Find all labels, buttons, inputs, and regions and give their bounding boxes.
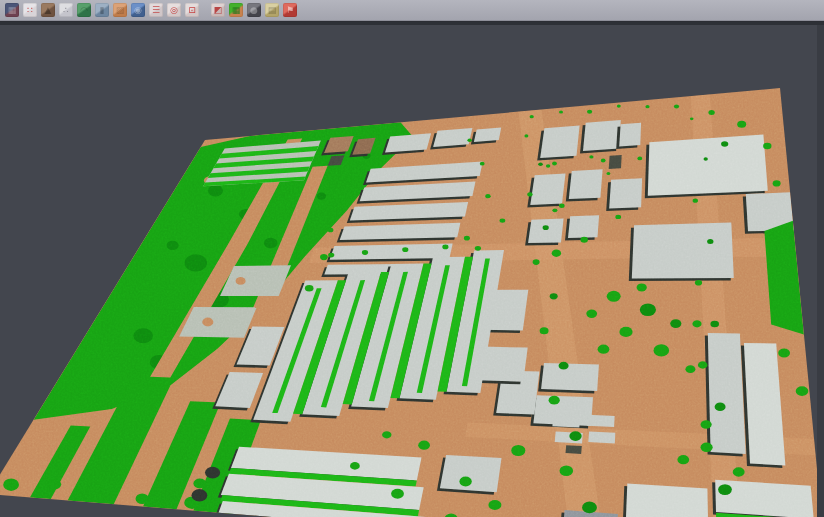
elevation-legend-icon[interactable]: ▤ [265,3,279,17]
point-cloud-render[interactable] [0,25,824,517]
open-project-icon[interactable]: ▦ [5,3,19,17]
viewport-edge-shade [817,25,824,517]
align-points-icon[interactable]: ∷ [23,3,37,17]
point-cloud-icon[interactable]: ∴ [59,3,73,17]
classification-map-icon[interactable]: ▦ [229,3,243,17]
class-table-icon[interactable]: ☰ [149,3,163,17]
toolbar-group: ▦∷▲∴◠▮▨◉☰◎⊡ [3,3,201,17]
point-cloud-speckle [0,63,824,517]
flag-marker-icon[interactable]: ⚑ [283,3,297,17]
terrain-mesh [0,63,824,517]
center-target-icon[interactable]: ◎ [167,3,181,17]
application-window: ▦∷▲∴◠▮▨◉☰◎⊡◩▦●▤⚑ [0,0,824,517]
main-toolbar: ▦∷▲∴◠▮▨◉☰◎⊡◩▦●▤⚑ [0,0,824,21]
clip-region-icon[interactable]: ◩ [211,3,225,17]
viewport-3d[interactable] [0,25,824,517]
camera-view-icon[interactable]: ● [247,3,261,17]
toolbar-group-separator [201,10,209,11]
terrain-model-icon[interactable]: ▲ [41,3,55,17]
vegetation-layer-icon[interactable]: ◠ [77,3,91,17]
globe-view-icon[interactable]: ◉ [131,3,145,17]
zoom-extents-icon[interactable]: ⊡ [185,3,199,17]
profile-view-icon[interactable]: ▮ [95,3,109,17]
orthophoto-icon[interactable]: ▨ [113,3,127,17]
toolbar-group: ◩▦●▤⚑ [209,3,299,17]
